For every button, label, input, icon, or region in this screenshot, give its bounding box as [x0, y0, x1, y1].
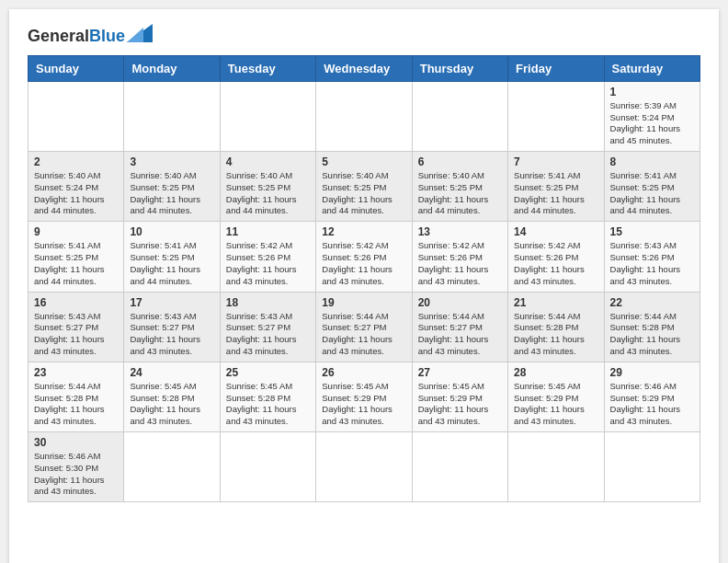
day-info: Sunrise: 5:43 AM Sunset: 5:26 PM Dayligh…	[610, 240, 694, 287]
day-number: 27	[418, 366, 502, 379]
day-number: 17	[130, 296, 213, 309]
day-number: 30	[34, 436, 118, 449]
day-number: 16	[34, 296, 118, 309]
day-cell: 29Sunrise: 5:46 AM Sunset: 5:29 PM Dayli…	[604, 362, 700, 431]
day-info: Sunrise: 5:45 AM Sunset: 5:29 PM Dayligh…	[514, 381, 597, 428]
logo-general: General	[28, 27, 89, 45]
day-info: Sunrise: 5:41 AM Sunset: 5:25 PM Dayligh…	[34, 240, 118, 287]
day-cell	[124, 432, 220, 502]
day-cell: 18Sunrise: 5:43 AM Sunset: 5:27 PM Dayli…	[220, 292, 315, 362]
day-cell: 14Sunrise: 5:42 AM Sunset: 5:26 PM Dayli…	[508, 222, 604, 292]
day-number: 24	[130, 366, 213, 379]
weekday-header-thursday: Thursday	[412, 55, 507, 81]
calendar-table: SundayMondayTuesdayWednesdayThursdayFrid…	[28, 55, 700, 503]
day-cell	[412, 81, 507, 151]
day-number: 7	[514, 155, 597, 168]
day-info: Sunrise: 5:43 AM Sunset: 5:27 PM Dayligh…	[226, 311, 310, 358]
day-info: Sunrise: 5:42 AM Sunset: 5:26 PM Dayligh…	[418, 240, 502, 287]
day-info: Sunrise: 5:39 AM Sunset: 5:24 PM Dayligh…	[610, 100, 694, 147]
day-number: 12	[322, 225, 405, 238]
day-cell: 15Sunrise: 5:43 AM Sunset: 5:26 PM Dayli…	[604, 222, 700, 292]
day-cell	[220, 81, 315, 151]
day-number: 29	[610, 366, 694, 379]
day-info: Sunrise: 5:40 AM Sunset: 5:25 PM Dayligh…	[322, 170, 405, 217]
day-info: Sunrise: 5:44 AM Sunset: 5:28 PM Dayligh…	[514, 311, 597, 358]
day-info: Sunrise: 5:43 AM Sunset: 5:27 PM Dayligh…	[34, 311, 118, 358]
logo-wing-icon	[127, 24, 153, 42]
day-number: 3	[130, 155, 213, 168]
day-info: Sunrise: 5:41 AM Sunset: 5:25 PM Dayligh…	[610, 170, 694, 217]
day-number: 5	[322, 155, 405, 168]
day-info: Sunrise: 5:46 AM Sunset: 5:30 PM Dayligh…	[34, 451, 118, 498]
day-cell	[508, 432, 604, 502]
day-number: 23	[34, 366, 118, 379]
day-number: 19	[322, 296, 405, 309]
day-cell: 23Sunrise: 5:44 AM Sunset: 5:28 PM Dayli…	[28, 362, 124, 431]
day-cell: 13Sunrise: 5:42 AM Sunset: 5:26 PM Dayli…	[412, 222, 507, 292]
day-cell	[124, 81, 220, 151]
day-number: 15	[610, 225, 694, 238]
day-cell	[604, 432, 700, 502]
day-number: 2	[34, 155, 118, 168]
logo-blue: Blue	[89, 27, 125, 45]
week-row-2: 9Sunrise: 5:41 AM Sunset: 5:25 PM Daylig…	[28, 222, 700, 292]
day-number: 6	[418, 155, 502, 168]
day-cell: 16Sunrise: 5:43 AM Sunset: 5:27 PM Dayli…	[28, 292, 124, 362]
day-info: Sunrise: 5:40 AM Sunset: 5:24 PM Dayligh…	[34, 170, 118, 217]
logo-area: GeneralBlue	[28, 28, 153, 46]
day-cell: 30Sunrise: 5:46 AM Sunset: 5:30 PM Dayli…	[28, 432, 124, 502]
day-number: 14	[514, 225, 597, 238]
day-info: Sunrise: 5:44 AM Sunset: 5:27 PM Dayligh…	[322, 311, 405, 358]
day-info: Sunrise: 5:40 AM Sunset: 5:25 PM Dayligh…	[130, 170, 213, 217]
day-cell: 20Sunrise: 5:44 AM Sunset: 5:27 PM Dayli…	[412, 292, 507, 362]
day-cell: 1Sunrise: 5:39 AM Sunset: 5:24 PM Daylig…	[604, 81, 700, 151]
weekday-header-friday: Friday	[508, 55, 604, 81]
day-cell: 21Sunrise: 5:44 AM Sunset: 5:28 PM Dayli…	[508, 292, 604, 362]
day-number: 20	[418, 296, 502, 309]
day-cell: 24Sunrise: 5:45 AM Sunset: 5:28 PM Dayli…	[124, 362, 220, 431]
week-row-1: 2Sunrise: 5:40 AM Sunset: 5:24 PM Daylig…	[28, 152, 700, 222]
day-cell: 12Sunrise: 5:42 AM Sunset: 5:26 PM Dayli…	[316, 222, 412, 292]
weekday-header-tuesday: Tuesday	[220, 55, 315, 81]
week-row-5: 30Sunrise: 5:46 AM Sunset: 5:30 PM Dayli…	[28, 432, 700, 502]
day-cell	[508, 81, 604, 151]
day-info: Sunrise: 5:40 AM Sunset: 5:25 PM Dayligh…	[226, 170, 310, 217]
day-number: 28	[514, 366, 597, 379]
day-cell: 3Sunrise: 5:40 AM Sunset: 5:25 PM Daylig…	[124, 152, 220, 222]
day-info: Sunrise: 5:45 AM Sunset: 5:28 PM Dayligh…	[130, 381, 213, 428]
day-cell: 17Sunrise: 5:43 AM Sunset: 5:27 PM Dayli…	[124, 292, 220, 362]
week-row-0: 1Sunrise: 5:39 AM Sunset: 5:24 PM Daylig…	[28, 81, 700, 151]
day-number: 9	[34, 225, 118, 238]
day-cell	[412, 432, 507, 502]
day-cell: 7Sunrise: 5:41 AM Sunset: 5:25 PM Daylig…	[508, 152, 604, 222]
day-info: Sunrise: 5:42 AM Sunset: 5:26 PM Dayligh…	[514, 240, 597, 287]
svg-marker-1	[127, 28, 143, 42]
day-info: Sunrise: 5:42 AM Sunset: 5:26 PM Dayligh…	[322, 240, 405, 287]
day-info: Sunrise: 5:45 AM Sunset: 5:29 PM Dayligh…	[418, 381, 502, 428]
day-number: 8	[610, 155, 694, 168]
day-number: 25	[226, 366, 310, 379]
day-cell: 5Sunrise: 5:40 AM Sunset: 5:25 PM Daylig…	[316, 152, 412, 222]
day-info: Sunrise: 5:42 AM Sunset: 5:26 PM Dayligh…	[226, 240, 310, 287]
day-cell: 28Sunrise: 5:45 AM Sunset: 5:29 PM Dayli…	[508, 362, 604, 431]
day-cell: 25Sunrise: 5:45 AM Sunset: 5:28 PM Dayli…	[220, 362, 315, 431]
day-number: 21	[514, 296, 597, 309]
day-info: Sunrise: 5:41 AM Sunset: 5:25 PM Dayligh…	[514, 170, 597, 217]
weekday-header-sunday: Sunday	[28, 55, 124, 81]
day-info: Sunrise: 5:40 AM Sunset: 5:25 PM Dayligh…	[418, 170, 502, 217]
day-cell: 10Sunrise: 5:41 AM Sunset: 5:25 PM Dayli…	[124, 222, 220, 292]
day-cell	[316, 81, 412, 151]
day-number: 22	[610, 296, 694, 309]
day-cell: 19Sunrise: 5:44 AM Sunset: 5:27 PM Dayli…	[316, 292, 412, 362]
day-cell: 8Sunrise: 5:41 AM Sunset: 5:25 PM Daylig…	[604, 152, 700, 222]
day-cell: 9Sunrise: 5:41 AM Sunset: 5:25 PM Daylig…	[28, 222, 124, 292]
day-cell: 26Sunrise: 5:45 AM Sunset: 5:29 PM Dayli…	[316, 362, 412, 431]
day-info: Sunrise: 5:44 AM Sunset: 5:28 PM Dayligh…	[34, 381, 118, 428]
day-info: Sunrise: 5:41 AM Sunset: 5:25 PM Dayligh…	[130, 240, 213, 287]
week-row-3: 16Sunrise: 5:43 AM Sunset: 5:27 PM Dayli…	[28, 292, 700, 362]
day-info: Sunrise: 5:46 AM Sunset: 5:29 PM Dayligh…	[610, 381, 694, 428]
day-cell: 4Sunrise: 5:40 AM Sunset: 5:25 PM Daylig…	[220, 152, 315, 222]
weekday-header-saturday: Saturday	[604, 55, 700, 81]
day-number: 11	[226, 225, 310, 238]
logo-text: GeneralBlue	[28, 28, 125, 46]
